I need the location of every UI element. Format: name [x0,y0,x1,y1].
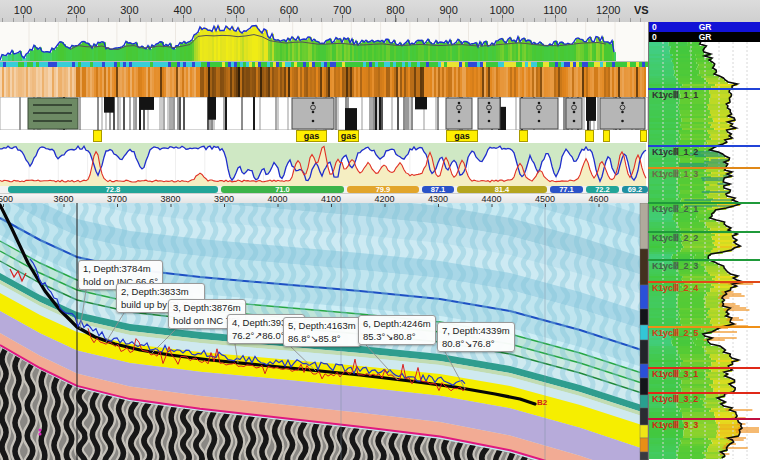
zone-label: K1ycⅢ_1_2 [652,147,698,157]
segment-badge: 71.0 [221,186,344,193]
resistivity-image-strip[interactable] [0,67,648,97]
gr-curve-name: GR [649,32,760,42]
segment-badge: 79.9 [347,186,419,193]
inclination-segment-bar: 72.871.079.987.181.477.172.269.2 [0,186,648,193]
zone-label: K1ycⅢ_2_4 [652,283,698,293]
gas-label [603,130,610,142]
zone-label: K1ycⅢ_3_1 [652,369,698,379]
gr-curve-name: GR [649,22,760,32]
callout-depth: 6, Depth:4246m [363,318,431,329]
callout-action: 76.2°↗86.0° [232,330,285,341]
segment-badge: 77.1 [550,186,583,193]
well-note-callout[interactable]: 7, Depth:4339m80.8°↘76.8° [437,322,515,352]
gr-curve-track[interactable] [0,22,648,62]
trajectory-end-label: B2 [537,398,547,407]
segment-badge: 81.4 [457,186,547,193]
zone-label: K1ycⅢ_2_2 [652,233,698,243]
log-curve-track[interactable] [0,143,648,186]
callout-action: 85.3°↘80.8° [363,331,416,342]
callout-action: 80.8°↘76.8° [442,338,495,349]
zone-label: K1ycⅢ_3_3 [652,420,698,430]
segment-badge: 72.8 [8,186,218,193]
well-note-callout[interactable]: 6, Depth:4246m85.3°↘80.8° [358,315,436,345]
gr-header-row-black: 0 GR [649,32,760,42]
segment-badge: 72.2 [586,186,619,193]
zone-label: K1ycⅢ_3_2 [652,394,698,404]
callout-depth: 3, Depth:3876m [173,302,241,313]
gas-label: gas [338,130,359,142]
zone-label: K1ycⅢ_1_3 [652,169,698,179]
geosteering-app: VS 1002003004005006007008009001000110012… [0,0,760,460]
zone-label: K1ycⅢ_2_1 [652,204,698,214]
gas-label [585,130,594,142]
gas-label: gas [446,130,478,142]
gas-label [93,130,102,142]
gas-label [519,130,528,142]
callout-depth: 7, Depth:4339m [442,325,510,336]
vs-axis-label: VS [634,4,649,16]
segment-badge: 69.2 [622,186,648,193]
well-note-callout[interactable]: 5, Depth:4163m86.8°↘85.8° [283,317,361,347]
vs-ruler: VS 1002003004005006007008009001000110012… [0,0,760,23]
gr-header-row-blue: 0 GR [649,22,760,32]
gas-label [640,130,647,142]
segment-badge: 87.1 [422,186,454,193]
gas-label: gas [296,130,327,142]
lithology-track[interactable] [0,97,648,130]
callout-action: 86.8°↘85.8° [288,333,341,344]
zone-label: K1ycⅢ_2_5 [652,328,698,338]
callout-depth: 2, Depth:3833m [121,286,189,297]
zone-label: K1ycⅢ_2_3 [652,261,698,271]
zone-label: K1ycⅢ_1_1 [652,90,698,100]
callout-depth: 1, Depth:3784m [83,263,151,274]
gas-show-track: gasgasgas [0,130,648,144]
callout-depth: 5, Depth:4163m [288,320,356,331]
